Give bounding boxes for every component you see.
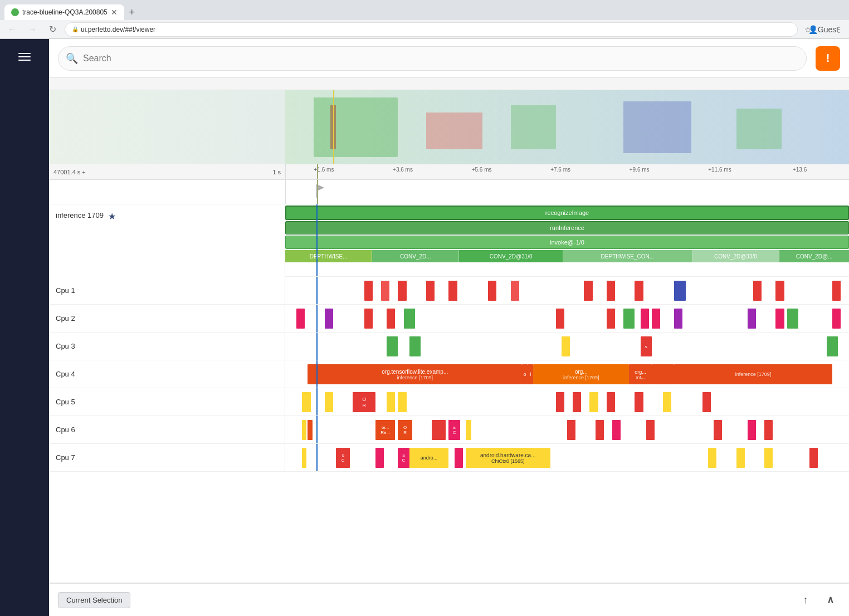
overview-bg (285, 90, 849, 164)
top-bar: 🔍 ! (49, 39, 849, 78)
cpu5-label: Cpu 5 (49, 388, 285, 415)
forward-button[interactable]: → (25, 22, 40, 37)
cpu7-bar-5 (455, 448, 463, 468)
cpu4-bar-org[interactable]: org... inf... (629, 364, 651, 384)
bottom-bar: Current Selection ↑ ∧ (49, 583, 849, 616)
browser-actions: ☆ 👤 Guest ⋮ (802, 24, 845, 35)
op-bar-5[interactable]: CONV_2D@... (779, 250, 849, 262)
star-icon[interactable]: ★ (108, 211, 116, 222)
tracks-container[interactable]: inference 1709 ★ recognizeImage runInfer… (49, 204, 849, 583)
run-inference-bar[interactable]: runInference (285, 221, 849, 234)
cpu7-bar-hardware[interactable]: android.hardware.ca... ChiCtx0 [1565] (466, 448, 550, 468)
cpu7-bar-9 (764, 448, 773, 468)
cpu7-label: Cpu 7 (49, 444, 285, 471)
cpu6-cursor (316, 416, 318, 443)
new-tab-button[interactable]: + (124, 4, 140, 20)
op-bar-0[interactable]: DEPTHWISE... (285, 250, 372, 262)
cpu4-label-text: Cpu 4 (56, 370, 75, 378)
cpu1-bar-12 (775, 281, 784, 301)
detail-tick-5: +11.6 ms (708, 167, 731, 173)
cpu6-bar-3 (432, 420, 446, 440)
cpu6-bar-11 (748, 420, 756, 440)
op-bar-4[interactable]: CONV_2D@33/0 (692, 250, 779, 262)
hamburger-button[interactable] (9, 43, 40, 70)
more-button[interactable]: ⋮ (833, 24, 845, 35)
cpu3-content[interactable]: s (285, 333, 849, 360)
cpu2-bar-8 (641, 309, 649, 329)
cpu4-bar-o: o (522, 364, 528, 384)
search-input[interactable] (58, 46, 807, 71)
cpu3-track-row: Cpu 3 s (49, 333, 849, 360)
back-button[interactable]: ← (4, 22, 20, 37)
scroll-top-button[interactable]: ↑ (796, 590, 816, 610)
cpu1-bar-8 (607, 281, 615, 301)
cpu4-tf-label-2: org... (575, 369, 588, 375)
inference-track-content[interactable]: recognizeImage runInference invoke@-1/0 … (285, 204, 849, 276)
cpu4-tf-inference-2: inference [1709] (563, 375, 599, 380)
overview-ruler: 0 s 868.4 ms 1.7 s 2.6 s 3.5 s 4.3 s 5.2… (49, 78, 849, 90)
cpu2-bar-14 (832, 309, 841, 329)
cpu4-bar-tensorflow-3[interactable]: inference [1709] (674, 364, 832, 384)
cpu1-bar-0 (364, 281, 373, 301)
cpu4-bar-tensorflow-1[interactable]: org.tensorflow.lite.examp... inference [… (308, 364, 522, 384)
user-button[interactable]: 👤 Guest (818, 24, 829, 35)
notification-button[interactable]: ! (816, 46, 840, 71)
cpu5-track-row: Cpu 5 O R (49, 388, 849, 416)
app: 🔍 ! 0 s 868.4 ms 1.7 s 2.6 s 3.5 s 4.3 s… (0, 39, 849, 616)
active-tab[interactable]: trace-blueline-QQ3A.200805 ✕ (4, 4, 124, 20)
cpu5-bar-11 (702, 392, 711, 412)
cpu4-tf-inference-1: inference [1709] (397, 375, 433, 380)
browser-controls: ← → ↻ 🔒 ui.perfetto.dev/##!/viewer ☆ 👤 G… (0, 20, 849, 39)
address-bar[interactable]: 🔒 ui.perfetto.dev/##!/viewer (65, 22, 798, 37)
invoke-bar[interactable]: invoke@-1/0 (285, 236, 849, 249)
cpu7-content[interactable]: o C a C andro... android.h (285, 444, 849, 471)
cpu5-bar-10 (663, 392, 671, 412)
current-selection-label: Current Selection (66, 596, 122, 604)
cpu7-bar-8 (736, 448, 745, 468)
detail-ruler-left: 47001.4 s + 1 s (49, 164, 285, 179)
cpu6-bar-8 (612, 420, 621, 440)
flag-cursor-yellow (317, 180, 318, 204)
cpu2-content[interactable] (285, 305, 849, 332)
cpu2-bar-13 (787, 309, 798, 329)
cpu1-bar-6 (511, 281, 519, 301)
cpu3-bar-2 (562, 336, 570, 356)
cpu4-track-row: Cpu 4 org.tensorflow.lite.examp... infer… (49, 360, 849, 388)
detail-tick-3: +7.6 ms (550, 167, 570, 173)
hamburger-line-3 (18, 60, 31, 61)
op-bar-3[interactable]: DEPTHWISE_CON... (563, 250, 692, 262)
refresh-button[interactable]: ↻ (45, 22, 60, 37)
cpu3-label: Cpu 3 (49, 333, 285, 360)
overview-block-4 (623, 101, 691, 153)
cpu2-bar-12 (775, 309, 784, 329)
inference-cursor (316, 204, 318, 276)
cpu6-content[interactable]: or... Re... O R a C (285, 416, 849, 443)
timeline-area: 0 s 868.4 ms 1.7 s 2.6 s 3.5 s 4.3 s 5.2… (49, 78, 849, 616)
cpu1-content[interactable] (285, 277, 849, 304)
tab-close-button[interactable]: ✕ (111, 8, 118, 17)
cpu5-content[interactable]: O R (285, 388, 849, 415)
collapse-button[interactable]: ∧ (820, 590, 840, 610)
cpu5-bar-5 (556, 392, 564, 412)
cpu1-track-row: Cpu 1 (49, 277, 849, 305)
cpu4-bar-tensorflow-2[interactable]: org... inference [1709] (533, 364, 629, 384)
cpu7-track-row: Cpu 7 o C a C andro... (49, 444, 849, 472)
cpu7-cursor (316, 444, 318, 471)
op-bar-2[interactable]: CONV_2D@31/0 (459, 250, 563, 262)
current-selection-button[interactable]: Current Selection (58, 592, 130, 608)
cpu3-label-text: Cpu 3 (56, 342, 75, 350)
cpu6-bar-9 (646, 420, 655, 440)
cpu4-content[interactable]: org.tensorflow.lite.examp... inference [… (285, 360, 849, 388)
recognize-image-bar[interactable]: recognizeImage (285, 206, 849, 220)
cpu1-bar-3 (426, 281, 435, 301)
cpu5-bar-4 (398, 392, 406, 412)
cpu2-bar-9 (652, 309, 660, 329)
cpu4-bar-i: i (528, 364, 533, 384)
cpu1-cursor (316, 277, 318, 304)
bottom-actions: ↑ ∧ (796, 590, 840, 610)
cpu7-label-text: Cpu 7 (56, 453, 75, 462)
cpu6-bar-or2: O R (398, 420, 412, 440)
overview-canvas[interactable] (49, 90, 849, 164)
op-bar-1[interactable]: CONV_2D... (372, 250, 459, 262)
cpu1-bar-4 (448, 281, 457, 301)
